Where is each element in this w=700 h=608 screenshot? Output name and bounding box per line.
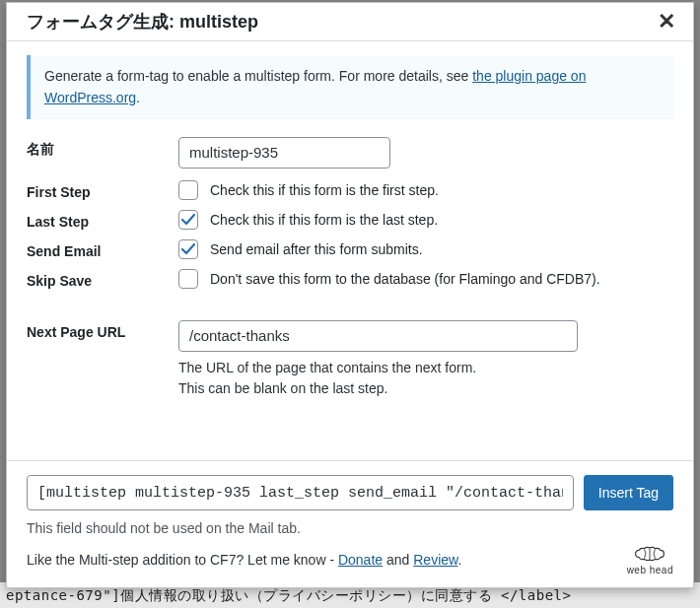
info-notice: Generate a form-tag to enable a multiste… <box>27 55 673 119</box>
row-first-step: First Step Check this if this form is th… <box>27 180 673 200</box>
checkmark-icon <box>180 212 196 228</box>
skip-save-text: Don't save this form to the database (fo… <box>210 271 600 287</box>
help-line-1: The URL of the page that contains the ne… <box>178 358 673 379</box>
skip-save-checkbox[interactable] <box>178 269 198 289</box>
notice-text-post: . <box>136 90 140 105</box>
first-step-checkbox[interactable] <box>178 180 198 200</box>
brain-icon <box>632 544 667 564</box>
close-icon[interactable]: ✕ <box>652 9 681 34</box>
promo-post: . <box>457 552 461 568</box>
label-first-step: First Step <box>27 180 178 200</box>
label-name: 名前 <box>27 137 178 159</box>
row-name: 名前 <box>27 137 673 169</box>
next-url-input[interactable] <box>178 320 578 352</box>
last-step-text: Check this if this form is the last step… <box>210 212 438 228</box>
tag-row: Insert Tag <box>27 475 673 510</box>
review-link[interactable]: Review <box>413 552 457 568</box>
modal-title: フォームタグ生成: multistep <box>27 10 258 34</box>
form-table: 名前 First Step Check this if this form is… <box>27 137 673 400</box>
donate-link[interactable]: Donate <box>338 552 383 568</box>
first-step-text: Check this if this form is the first ste… <box>210 182 439 198</box>
row-send-email: Send Email Send email after this form su… <box>27 239 673 259</box>
next-url-help: The URL of the page that contains the ne… <box>178 358 673 400</box>
form-tag-generator-modal: フォームタグ生成: multistep ✕ Generate a form-ta… <box>6 2 694 588</box>
webhead-logo: web head <box>627 544 673 575</box>
send-email-checkbox[interactable] <box>178 239 198 259</box>
last-step-checkbox[interactable] <box>178 210 198 230</box>
row-next-url: Next Page URL The URL of the page that c… <box>27 320 673 400</box>
name-input[interactable] <box>178 137 390 169</box>
generated-tag-output[interactable] <box>27 475 574 510</box>
label-last-step: Last Step <box>27 210 178 230</box>
label-next-url: Next Page URL <box>27 320 178 340</box>
insert-tag-button[interactable]: Insert Tag <box>584 475 673 510</box>
promo-text: Like the Multi-step addition to CF7? Let… <box>27 552 338 568</box>
promo-and: and <box>383 552 413 568</box>
footer-links: Like the Multi-step addition to CF7? Let… <box>27 552 461 568</box>
label-skip-save: Skip Save <box>27 269 178 289</box>
send-email-text: Send email after this form submits. <box>210 241 423 257</box>
checkmark-icon <box>180 241 196 257</box>
logo-text: web head <box>627 565 673 575</box>
help-line-2: This can be blank on the last step. <box>178 378 673 400</box>
modal-header: フォームタグ生成: multistep ✕ <box>7 3 693 41</box>
modal-body: Generate a form-tag to enable a multiste… <box>7 41 693 460</box>
label-send-email: Send Email <box>27 239 178 259</box>
row-last-step: Last Step Check this if this form is the… <box>27 210 673 230</box>
row-skip-save: Skip Save Don't save this form to the da… <box>27 269 673 289</box>
modal-footer: Insert Tag This field should not be used… <box>7 460 693 587</box>
notice-text: Generate a form-tag to enable a multiste… <box>44 68 472 84</box>
footer-note: This field should not be used on the Mai… <box>27 520 673 536</box>
